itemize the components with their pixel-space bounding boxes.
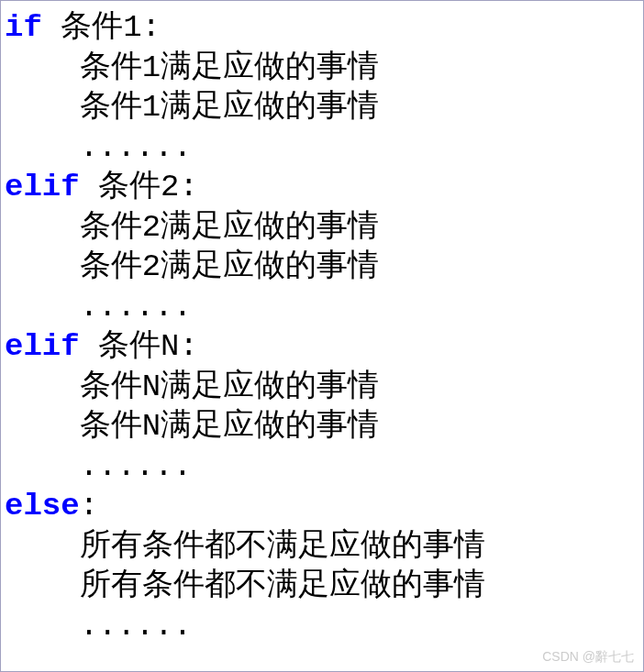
code-text: 条件1满足应做的事情 [80, 50, 379, 85]
code-line: else: [5, 487, 639, 527]
code-line: if 条件1: [5, 8, 639, 49]
code-text: 所有条件都不满足应做的事情 [80, 529, 485, 564]
code-text: 条件1: [42, 10, 161, 45]
keyword: if [5, 10, 42, 45]
code-text: 条件2: [80, 170, 198, 204]
code-text: : [80, 489, 98, 523]
code-text: ...... [80, 290, 192, 325]
code-block: if 条件1: 条件1满足应做的事情 条件1满足应做的事情 ......elif… [5, 8, 639, 646]
code-line: 条件1满足应做的事情 [5, 49, 639, 89]
watermark: CSDN @辭七七 [542, 649, 634, 666]
code-line: 条件N满足应做的事情 [5, 407, 639, 447]
code-text: ...... [80, 130, 192, 165]
code-text: 条件N满足应做的事情 [80, 409, 379, 444]
code-line: elif 条件N: [5, 327, 639, 368]
code-line: ...... [5, 288, 639, 328]
keyword: else [5, 489, 80, 523]
code-line: 条件N满足应做的事情 [5, 368, 639, 408]
code-text: 所有条件都不满足应做的事情 [80, 568, 485, 603]
code-line: ...... [5, 607, 639, 647]
code-line: 条件2满足应做的事情 [5, 208, 639, 248]
code-text: 条件2满足应做的事情 [80, 249, 379, 284]
code-text: 条件N满足应做的事情 [80, 369, 379, 404]
code-text: 条件N: [80, 329, 198, 364]
keyword: elif [5, 170, 80, 204]
code-line: 条件1满足应做的事情 [5, 88, 639, 128]
code-line: elif 条件2: [5, 168, 639, 208]
code-text: ...... [80, 449, 192, 484]
code-text: 条件1满足应做的事情 [80, 90, 379, 125]
code-text: 条件2满足应做的事情 [80, 210, 379, 245]
keyword: elif [5, 329, 80, 364]
code-line: ...... [5, 447, 639, 488]
code-line: ...... [5, 128, 639, 169]
code-line: 条件2满足应做的事情 [5, 248, 639, 288]
code-line: 所有条件都不满足应做的事情 [5, 527, 639, 567]
code-line: 所有条件都不满足应做的事情 [5, 567, 639, 607]
code-text: ...... [80, 609, 192, 644]
